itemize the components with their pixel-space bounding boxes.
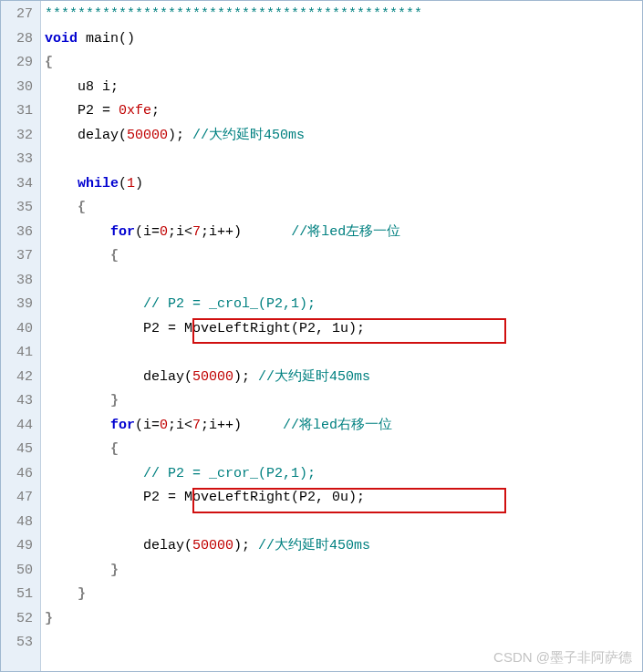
token-fold: }: [110, 563, 119, 578]
code-line[interactable]: // P2 = _cror_(P2,1);: [45, 462, 642, 487]
token-ident: (i=: [135, 224, 160, 240]
code-line[interactable]: for(i=0;i<7;i++) //将led左移一位: [45, 221, 642, 245]
token-fold: }: [78, 586, 86, 602]
token-comment: //大约延时450ms: [258, 538, 370, 553]
code-line[interactable]: {: [45, 51, 642, 76]
token-ident: [45, 563, 110, 578]
token-comment: //将led右移一位: [283, 418, 392, 433]
code-line[interactable]: [45, 511, 642, 535]
code-line[interactable]: void main(): [45, 27, 642, 52]
token-ident: (i=: [135, 418, 160, 433]
token-kw: while: [78, 176, 119, 191]
token-num: 50000: [192, 538, 233, 553]
code-line[interactable]: }: [45, 607, 642, 632]
code-line[interactable]: delay(50000); //大约延时450ms: [45, 124, 642, 149]
line-number: 41: [5, 341, 33, 366]
token-num: 50000: [127, 128, 168, 143]
token-comment: //大约延时450ms: [258, 369, 370, 385]
line-number: 32: [5, 124, 33, 149]
token-ident: );: [168, 128, 192, 143]
token-ident: [45, 586, 78, 602]
code-line[interactable]: delay(50000); //大约延时450ms: [45, 366, 642, 390]
code-line[interactable]: while(1): [45, 172, 642, 197]
line-number: 37: [5, 244, 33, 269]
line-number: 52: [5, 607, 33, 632]
token-fold: {: [110, 441, 119, 457]
code-editor[interactable]: 2728293031323334353637383940414243444546…: [0, 0, 643, 672]
code-line[interactable]: P2 = MoveLeftRight(P2, 1u);: [45, 317, 642, 342]
line-number: 46: [5, 462, 33, 487]
token-comment: //将led左移一位: [291, 224, 400, 240]
code-line[interactable]: [45, 148, 642, 172]
line-number: 29: [5, 51, 33, 76]
code-line[interactable]: [45, 269, 642, 294]
token-num: 0: [160, 418, 168, 433]
token-fold: }: [110, 393, 119, 408]
token-num: 0xfe: [119, 103, 151, 119]
code-line[interactable]: }: [45, 559, 642, 584]
token-ident: );: [233, 369, 258, 385]
code-line[interactable]: delay(50000); //大约延时450ms: [45, 534, 642, 559]
token-ident: ;i<: [168, 224, 192, 240]
code-line[interactable]: }: [45, 389, 642, 414]
line-number: 53: [5, 631, 33, 656]
token-kw: for: [110, 418, 135, 433]
code-line[interactable]: P2 = MoveLeftRight(P2, 0u);: [45, 486, 642, 511]
code-line[interactable]: // P2 = _crol_(P2,1);: [45, 293, 642, 317]
line-number: 40: [5, 317, 33, 342]
token-ident: [45, 393, 110, 408]
line-number: 43: [5, 389, 33, 414]
code-line[interactable]: {: [45, 196, 642, 221]
watermark: CSDN @墨子非阿萨德: [493, 649, 632, 667]
line-number: 31: [5, 99, 33, 124]
line-number: 34: [5, 172, 33, 197]
token-num: 0: [160, 224, 168, 240]
token-num: 50000: [192, 369, 233, 385]
token-fold: }: [45, 611, 53, 626]
line-number: 28: [5, 27, 33, 52]
line-number: 39: [5, 293, 33, 317]
token-comment: //大约延时450ms: [192, 128, 305, 143]
token-ident: P2 =: [45, 103, 119, 119]
token-ident: ;i++): [201, 224, 291, 240]
token-ident: ): [135, 176, 143, 191]
code-line[interactable]: {: [45, 244, 642, 269]
line-number: 30: [5, 76, 33, 100]
token-ident: delay(: [45, 369, 192, 385]
line-number: 48: [5, 511, 33, 535]
line-number: 50: [5, 559, 33, 584]
token-comment: // P2 = _crol_(P2,1);: [143, 296, 316, 312]
code-line[interactable]: for(i=0;i<7;i++) //将led右移一位: [45, 414, 642, 439]
code-line[interactable]: }: [45, 583, 642, 607]
line-number: 49: [5, 534, 33, 559]
code-line[interactable]: ****************************************…: [45, 3, 642, 27]
line-number: 38: [5, 269, 33, 294]
line-number: 51: [5, 583, 33, 607]
line-number: 36: [5, 221, 33, 245]
token-ident: u8 i;: [45, 79, 119, 95]
token-num: 1: [127, 176, 135, 191]
code-line[interactable]: [45, 341, 642, 366]
token-ident: main(): [78, 31, 135, 47]
token-ident: ;: [151, 103, 160, 119]
token-fold: {: [45, 55, 53, 70]
token-ident: [45, 224, 110, 240]
line-number: 47: [5, 486, 33, 511]
token-ident: (: [119, 176, 127, 191]
token-ident: [45, 248, 110, 264]
token-kw: for: [110, 224, 135, 240]
token-ident: ;i<: [168, 418, 192, 433]
code-line[interactable]: {: [45, 438, 642, 462]
token-ident: [45, 200, 78, 215]
token-ident: delay(: [45, 538, 192, 553]
token-fold: {: [78, 200, 86, 215]
code-area[interactable]: ****************************************…: [41, 1, 642, 671]
token-ident: delay(: [45, 128, 127, 143]
code-line[interactable]: u8 i;: [45, 76, 642, 100]
token-ast: ****************************************…: [45, 6, 422, 22]
line-number: 27: [5, 3, 33, 27]
code-line[interactable]: P2 = 0xfe;: [45, 99, 642, 124]
token-num: 7: [192, 418, 201, 433]
token-ident: [45, 466, 143, 481]
token-num: 7: [192, 224, 201, 240]
